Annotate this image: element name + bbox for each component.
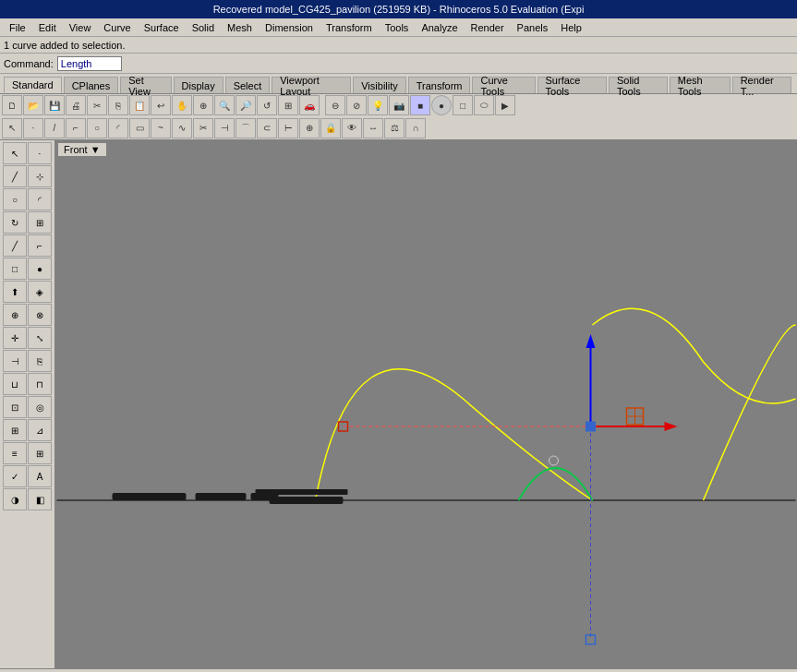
snap-btn[interactable]: ⊡	[3, 396, 27, 418]
menu-transform[interactable]: Transform	[320, 20, 378, 35]
spline-btn[interactable]: ∿	[172, 118, 192, 138]
boolean-union-btn[interactable]: ⊔	[3, 373, 27, 395]
analyze-curvature-btn[interactable]: ∩	[405, 118, 426, 138]
split-btn[interactable]: ⊣	[214, 118, 235, 138]
osnap-btn[interactable]: ◎	[28, 396, 52, 418]
arc-btn[interactable]: ◜	[108, 118, 128, 138]
select-arrow-btn[interactable]: ↖	[3, 142, 27, 164]
menu-help[interactable]: Help	[555, 20, 587, 35]
open-btn[interactable]: 📂	[23, 95, 43, 115]
menu-analyze[interactable]: Analyze	[416, 20, 463, 35]
grid-snap-btn[interactable]: ⊞	[3, 419, 27, 441]
select-btn[interactable]: ↖	[2, 118, 22, 138]
viewport-4-btn[interactable]: ⊞	[278, 95, 298, 115]
tab-visibility[interactable]: Visibility	[353, 77, 406, 93]
light-btn[interactable]: 💡	[368, 95, 388, 115]
texture-btn[interactable]: ◧	[28, 488, 52, 510]
layer-btn[interactable]: ≡	[3, 442, 27, 464]
ortho-btn[interactable]: ⊿	[28, 419, 52, 441]
offset-btn[interactable]: ⊂	[257, 118, 277, 138]
explode-btn[interactable]: ⊗	[28, 304, 52, 326]
fillet-btn[interactable]: ⌒	[235, 118, 256, 138]
circle-lt-btn[interactable]: ○	[3, 188, 27, 210]
menu-file[interactable]: File	[4, 20, 31, 35]
tab-mesh-tools[interactable]: Mesh Tools	[670, 77, 731, 93]
extend-btn[interactable]: ⊢	[278, 118, 298, 138]
menu-curve[interactable]: Curve	[98, 20, 136, 35]
arc-lt-btn[interactable]: ◜	[28, 188, 52, 210]
pan-btn[interactable]: ✋	[172, 95, 192, 115]
car-icon-btn[interactable]: 🚗	[299, 95, 320, 115]
menu-surface[interactable]: Surface	[139, 20, 185, 35]
cylinder-btn[interactable]: ⬭	[474, 95, 494, 115]
new-file-btn[interactable]: 🗋	[2, 95, 22, 115]
tab-display[interactable]: Display	[174, 77, 223, 93]
mirror-lt-btn[interactable]: ⊣	[3, 350, 27, 372]
print-btn[interactable]: 🖨	[66, 95, 86, 115]
tab-cplanes[interactable]: CPlanes	[64, 77, 119, 93]
mirror-btn[interactable]: ⊖	[325, 95, 345, 115]
annotate-btn[interactable]: A	[28, 465, 52, 487]
rect-btn[interactable]: ▭	[129, 118, 150, 138]
check-btn[interactable]: ✓	[3, 465, 27, 487]
paste-btn[interactable]: 📋	[129, 95, 150, 115]
box-lt-btn[interactable]: □	[3, 258, 27, 280]
viewport-dropdown-icon[interactable]: ▼	[91, 144, 101, 155]
line-btn[interactable]: /	[44, 118, 65, 138]
zoom-in-btn[interactable]: 🔍	[214, 95, 235, 115]
menu-view[interactable]: View	[64, 20, 97, 35]
sphere-btn[interactable]: ●	[431, 95, 452, 115]
extrude-btn[interactable]: ⬆	[3, 281, 27, 303]
group-btn[interactable]: ⊞	[28, 442, 52, 464]
polyline-lt-btn[interactable]: ⌐	[28, 234, 52, 257]
loft-btn[interactable]: ◈	[28, 281, 52, 303]
menu-panels[interactable]: Panels	[512, 20, 554, 35]
boolean-diff-btn[interactable]: ⊓	[28, 373, 52, 395]
menu-tools[interactable]: Tools	[380, 20, 415, 35]
lock-btn[interactable]: 🔒	[320, 118, 341, 138]
viewport-label[interactable]: Front ▼	[57, 142, 107, 157]
tab-solid-tools[interactable]: Solid Tools	[609, 77, 668, 93]
menu-dimension[interactable]: Dimension	[260, 20, 319, 35]
save-btn[interactable]: 💾	[44, 95, 65, 115]
viewport[interactable]: Front ▼	[55, 140, 797, 668]
line-lt-btn[interactable]: ╱	[3, 234, 27, 257]
dim-btn[interactable]: ↔	[363, 118, 383, 138]
cut-btn[interactable]: ✂	[87, 95, 107, 115]
curve-draw-btn[interactable]: ╱	[3, 165, 27, 187]
menu-solid[interactable]: Solid	[187, 20, 220, 35]
box-btn[interactable]: □	[453, 95, 473, 115]
trim-btn[interactable]: ✂	[193, 118, 213, 138]
tab-setview[interactable]: Set View	[120, 77, 171, 93]
tab-viewport-layout[interactable]: Viewport Layout	[272, 77, 351, 93]
menu-mesh[interactable]: Mesh	[222, 20, 258, 35]
camera-btn[interactable]: 📷	[389, 95, 409, 115]
curve-pt-btn[interactable]: ⊹	[28, 165, 52, 187]
tab-render-t[interactable]: Render T...	[732, 77, 791, 93]
render-lt-btn[interactable]: ◑	[3, 488, 27, 510]
move-lt-btn[interactable]: ✛	[3, 327, 27, 349]
menu-edit[interactable]: Edit	[33, 20, 62, 35]
zoom-out-btn[interactable]: 🔎	[235, 95, 256, 115]
scale-lt-btn[interactable]: ⤡	[28, 327, 52, 349]
analyze-mass-btn[interactable]: ⚖	[384, 118, 405, 138]
array-btn[interactable]: ⊘	[346, 95, 367, 115]
point-btn[interactable]: ·	[23, 118, 43, 138]
boolean-btn[interactable]: ⊕	[299, 118, 320, 138]
undo-btn[interactable]: ↩	[151, 95, 171, 115]
freeform-btn[interactable]: ~	[151, 118, 171, 138]
material-btn[interactable]: ■	[410, 95, 430, 115]
select-options-btn[interactable]: ·	[28, 142, 52, 164]
tab-curve-tools[interactable]: Curve Tools	[472, 77, 535, 93]
command-input[interactable]	[57, 56, 122, 71]
tab-transform[interactable]: Transform	[408, 77, 471, 93]
array-lt-btn[interactable]: ⊞	[28, 211, 52, 234]
circle-btn[interactable]: ○	[87, 118, 107, 138]
copy-lt-btn[interactable]: ⎘	[28, 350, 52, 372]
hide-btn[interactable]: 👁	[342, 118, 362, 138]
sphere-lt-btn[interactable]: ●	[28, 258, 52, 280]
more-btn[interactable]: ▶	[495, 95, 515, 115]
tab-select[interactable]: Select	[225, 77, 271, 93]
join-btn[interactable]: ⊕	[3, 304, 27, 326]
rotate-lt-btn[interactable]: ↻	[3, 211, 27, 234]
